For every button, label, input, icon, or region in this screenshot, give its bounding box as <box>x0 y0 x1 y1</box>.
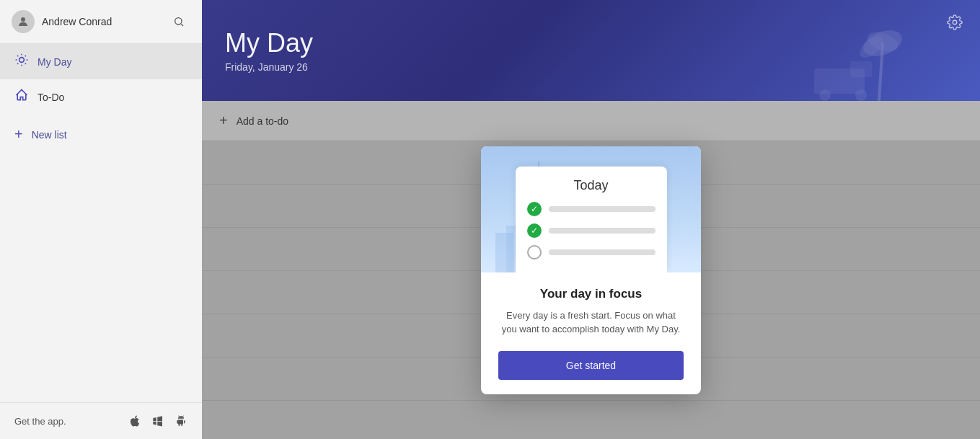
windows-icon <box>151 414 164 427</box>
to-do-label: To-Do <box>37 92 64 103</box>
checklist-title: Today <box>527 178 655 193</box>
modal-overlay: Today ✓ ✓ <box>202 101 980 439</box>
svg-point-18 <box>819 89 831 101</box>
svg-line-11 <box>25 56 26 56</box>
sun-icon <box>14 53 29 71</box>
svg-line-2 <box>181 24 183 26</box>
check-line-2 <box>549 228 655 234</box>
checklist-row-2: ✓ <box>527 223 655 238</box>
checklist-card: Today ✓ ✓ <box>516 167 667 272</box>
sidebar-footer: Get the app. <box>0 402 202 439</box>
main-body: + Add a to-do <box>202 101 980 439</box>
avatar <box>12 10 35 33</box>
svg-line-10 <box>17 63 18 64</box>
svg-point-19 <box>855 89 867 101</box>
header-illustration <box>778 0 922 101</box>
new-list-label: New list <box>32 129 67 141</box>
svg-point-3 <box>19 58 25 63</box>
nav-item-to-do[interactable]: To-Do <box>0 79 202 115</box>
apple-icon <box>128 414 141 427</box>
modal-heading: Your day in focus <box>498 287 684 301</box>
get-app-label: Get the app. <box>14 416 66 427</box>
svg-point-20 <box>953 20 957 25</box>
check-done-2: ✓ <box>527 223 542 238</box>
check-done-1: ✓ <box>527 202 542 216</box>
user-name: Andrew Conrad <box>42 16 112 27</box>
check-line-1 <box>549 206 655 212</box>
modal-illustration: Today ✓ ✓ <box>481 146 701 272</box>
new-list-button[interactable]: + New list <box>0 117 202 151</box>
modal-dialog: Today ✓ ✓ <box>481 146 701 394</box>
search-button[interactable] <box>167 10 190 33</box>
plus-icon: + <box>14 126 23 143</box>
check-line-3 <box>549 249 655 255</box>
main-header: My Day Friday, January 26 <box>202 0 980 101</box>
sidebar-header: Andrew Conrad <box>0 0 202 44</box>
svg-point-1 <box>175 18 182 25</box>
modal-body: Your day in focus Every day is a fresh s… <box>481 272 701 394</box>
user-info: Andrew Conrad <box>12 10 112 33</box>
my-day-label: My Day <box>37 56 71 68</box>
get-started-button[interactable]: Get started <box>498 351 684 380</box>
checklist-row-3 <box>527 245 655 260</box>
sidebar: Andrew Conrad My Day To-Do + New list Ge… <box>0 0 202 439</box>
modal-description: Every day is a fresh start. Focus on wha… <box>498 309 684 337</box>
svg-line-8 <box>17 56 18 56</box>
android-icon <box>175 414 187 427</box>
svg-point-0 <box>21 17 25 22</box>
nav-item-my-day[interactable]: My Day <box>0 44 202 79</box>
check-empty-1 <box>527 245 542 260</box>
app-store-icons <box>128 414 187 427</box>
settings-button[interactable] <box>944 12 966 33</box>
home-icon <box>14 88 29 106</box>
svg-line-9 <box>25 63 26 64</box>
main-content-area: My Day Friday, January 26 + Add a to-do <box>202 0 980 439</box>
checklist-row-1: ✓ <box>527 202 655 216</box>
svg-rect-17 <box>850 61 872 77</box>
